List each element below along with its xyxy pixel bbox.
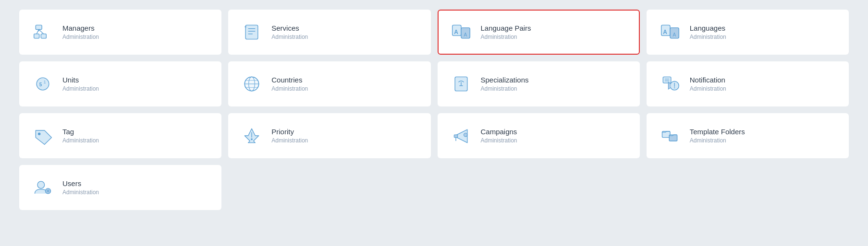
card-countries[interactable]: CountriesAdministration	[228, 61, 430, 106]
card-template-folders[interactable]: Template FoldersAdministration	[647, 113, 849, 158]
language-pairs-icon: A A	[449, 20, 473, 44]
languages-title: Languages	[690, 24, 726, 32]
template-folders-subtitle: Administration	[690, 137, 745, 144]
svg-point-44	[37, 181, 45, 188]
notification-subtitle: Administration	[690, 85, 726, 92]
users-text: UsersAdministration	[62, 179, 99, 196]
card-users[interactable]: UsersAdministration	[19, 165, 221, 210]
svg-text:5: 5	[39, 82, 42, 87]
services-title: Services	[271, 24, 308, 32]
template-folders-text: Template FoldersAdministration	[690, 128, 745, 144]
svg-text:A: A	[464, 32, 467, 37]
card-campaigns[interactable]: CampaignsAdministration	[438, 113, 640, 158]
campaigns-icon	[449, 124, 473, 148]
card-priority[interactable]: PriorityAdministration	[228, 113, 430, 158]
template-folders-title: Template Folders	[690, 128, 745, 136]
services-text: ServicesAdministration	[271, 24, 308, 40]
admin-grid: ManagersAdministration ServicesAdministr…	[19, 10, 849, 210]
specializations-icon	[449, 72, 473, 96]
svg-line-4	[39, 30, 44, 34]
specializations-title: Specializations	[481, 76, 529, 84]
svg-point-19	[37, 78, 49, 90]
countries-text: CountriesAdministration	[271, 76, 308, 92]
managers-subtitle: Administration	[62, 34, 99, 40]
template-folders-icon	[658, 124, 682, 148]
campaigns-text: CampaignsAdministration	[481, 128, 517, 144]
card-tag[interactable]: TagAdministration	[19, 113, 221, 158]
card-notification[interactable]: NotificationAdministration	[647, 61, 849, 106]
managers-icon	[31, 20, 55, 44]
units-text: UnitsAdministration	[62, 76, 99, 92]
managers-title: Managers	[62, 24, 99, 32]
languages-subtitle: Administration	[690, 34, 726, 40]
services-subtitle: Administration	[271, 34, 308, 40]
countries-icon	[240, 72, 264, 96]
notification-title: Notification	[690, 76, 726, 84]
svg-text:A: A	[663, 29, 667, 35]
language-pairs-subtitle: Administration	[481, 34, 531, 40]
priority-icon	[240, 124, 264, 148]
card-languages[interactable]: A A LanguagesAdministration	[647, 10, 849, 55]
specializations-subtitle: Administration	[481, 85, 529, 92]
tag-subtitle: Administration	[62, 137, 99, 144]
language-pairs-title: Language Pairs	[481, 24, 531, 32]
managers-text: ManagersAdministration	[62, 24, 99, 40]
tag-title: Tag	[62, 128, 99, 136]
svg-text:1: 1	[44, 80, 46, 84]
notification-icon	[658, 72, 682, 96]
svg-point-38	[251, 139, 253, 141]
units-title: Units	[62, 76, 99, 84]
svg-point-27	[245, 77, 259, 91]
languages-icon: A A	[658, 20, 682, 44]
tag-icon	[31, 124, 55, 148]
users-subtitle: Administration	[62, 189, 99, 196]
units-icon: 5 1	[31, 72, 55, 96]
svg-rect-1	[34, 34, 39, 38]
svg-point-35	[674, 87, 675, 88]
card-units[interactable]: 5 1 UnitsAdministration	[19, 61, 221, 106]
svg-rect-0	[36, 25, 42, 29]
units-subtitle: Administration	[62, 85, 99, 92]
countries-subtitle: Administration	[271, 85, 308, 92]
users-icon	[31, 176, 55, 199]
svg-rect-31	[663, 77, 671, 83]
svg-point-41	[464, 133, 467, 137]
svg-rect-6	[245, 25, 258, 39]
card-language-pairs[interactable]: A A Language PairsAdministration	[438, 10, 640, 55]
services-icon	[240, 20, 264, 44]
svg-rect-2	[41, 34, 46, 38]
countries-title: Countries	[271, 76, 308, 84]
languages-text: LanguagesAdministration	[690, 24, 726, 40]
campaigns-title: Campaigns	[481, 128, 517, 136]
card-services[interactable]: ServicesAdministration	[228, 10, 430, 55]
users-title: Users	[62, 179, 99, 187]
language-pairs-text: Language PairsAdministration	[481, 24, 531, 40]
card-managers[interactable]: ManagersAdministration	[19, 10, 221, 55]
priority-subtitle: Administration	[271, 137, 308, 144]
specializations-text: SpecializationsAdministration	[481, 76, 529, 92]
priority-text: PriorityAdministration	[271, 128, 308, 144]
notification-text: NotificationAdministration	[690, 76, 726, 92]
svg-text:A: A	[454, 29, 458, 35]
card-specializations[interactable]: SpecializationsAdministration	[438, 61, 640, 106]
priority-title: Priority	[271, 128, 308, 136]
svg-text:A: A	[672, 32, 676, 37]
tag-text: TagAdministration	[62, 128, 99, 144]
svg-rect-39	[454, 135, 457, 138]
svg-point-36	[38, 133, 41, 136]
campaigns-subtitle: Administration	[481, 137, 517, 144]
